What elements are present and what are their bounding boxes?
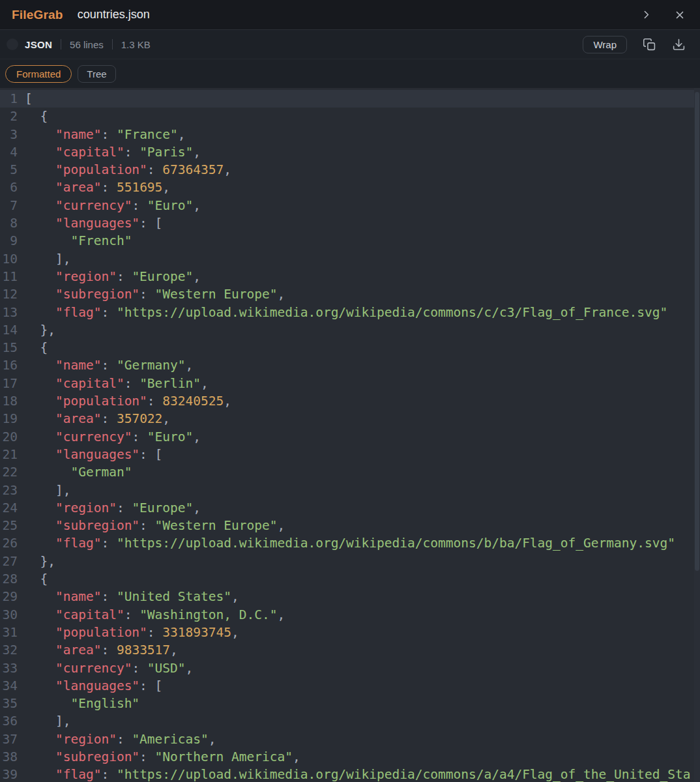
code-line[interactable]: 29 "name": "United States", bbox=[0, 588, 700, 605]
code-line[interactable]: 32 "area": 9833517, bbox=[0, 641, 700, 659]
code-line[interactable]: 7 "currency": "Euro", bbox=[0, 197, 700, 214]
code-line[interactable]: 4 "capital": "Paris", bbox=[0, 143, 700, 161]
code-line[interactable]: 15 { bbox=[0, 339, 700, 356]
tab-tree[interactable]: Tree bbox=[78, 65, 115, 83]
line-content: "subregion": "Western Europe", bbox=[25, 285, 285, 303]
chevron-right-icon[interactable] bbox=[641, 9, 652, 20]
line-number: 4 bbox=[0, 143, 18, 161]
line-number: 39 bbox=[0, 766, 18, 782]
code-line[interactable]: 13 "flag": "https://upload.wikimedia.org… bbox=[0, 304, 700, 321]
close-icon[interactable] bbox=[674, 9, 686, 21]
json-code-viewer: 1[2 {3 "name": "France",4 "capital": "Pa… bbox=[0, 88, 700, 782]
line-content: ], bbox=[25, 482, 70, 499]
line-number: 33 bbox=[0, 659, 18, 677]
download-icon[interactable] bbox=[672, 38, 686, 51]
line-content: "population": 83240525, bbox=[25, 392, 231, 410]
line-content: "region": "Europe", bbox=[25, 268, 201, 285]
line-content: "subregion": "Western Europe", bbox=[25, 517, 285, 534]
line-content: }, bbox=[25, 553, 55, 570]
line-number: 31 bbox=[0, 624, 18, 641]
code-line[interactable]: 1[ bbox=[0, 90, 700, 108]
line-number: 11 bbox=[0, 268, 18, 285]
code-line[interactable]: 14 }, bbox=[0, 321, 700, 339]
line-number: 13 bbox=[0, 304, 18, 321]
tab-formatted[interactable]: Formatted bbox=[5, 65, 72, 83]
code-line[interactable]: 33 "currency": "USD", bbox=[0, 659, 700, 677]
code-line[interactable]: 20 "currency": "Euro", bbox=[0, 428, 700, 446]
view-mode-tabs: Formatted Tree bbox=[0, 59, 700, 88]
line-content: "currency": "USD", bbox=[25, 659, 193, 677]
code-line[interactable]: 19 "area": 357022, bbox=[0, 410, 700, 427]
toolbar-actions: Wrap bbox=[583, 36, 686, 53]
code-line[interactable]: 25 "subregion": "Western Europe", bbox=[0, 517, 700, 534]
file-type-label: JSON bbox=[25, 39, 52, 50]
line-content: ], bbox=[25, 712, 70, 730]
line-content: "languages": [ bbox=[25, 446, 162, 463]
wrap-button[interactable]: Wrap bbox=[583, 36, 627, 53]
code-line[interactable]: 35 "English" bbox=[0, 695, 700, 712]
line-number: 34 bbox=[0, 677, 18, 695]
line-content: "region": "Americas", bbox=[25, 731, 216, 748]
meta-separator bbox=[112, 39, 113, 50]
code-line[interactable]: 36 ], bbox=[0, 712, 700, 730]
line-number: 26 bbox=[0, 534, 18, 552]
code-line[interactable]: 31 "population": 331893745, bbox=[0, 624, 700, 641]
code-line[interactable]: 24 "region": "Europe", bbox=[0, 499, 700, 517]
code-line[interactable]: 18 "population": 83240525, bbox=[0, 392, 700, 410]
code-line[interactable]: 38 "subregion": "Northern America", bbox=[0, 748, 700, 766]
line-number: 27 bbox=[0, 553, 18, 570]
line-content: "population": 331893745, bbox=[25, 624, 239, 641]
code-lines: 1[2 {3 "name": "France",4 "capital": "Pa… bbox=[0, 90, 700, 782]
code-line[interactable]: 26 "flag": "https://upload.wikimedia.org… bbox=[0, 534, 700, 552]
code-line[interactable]: 37 "region": "Americas", bbox=[0, 731, 700, 748]
line-content: "name": "Germany", bbox=[25, 356, 193, 374]
line-content: "flag": "https://upload.wikimedia.org/wi… bbox=[25, 534, 675, 552]
copy-icon[interactable] bbox=[643, 38, 656, 51]
code-line[interactable]: 39 "flag": "https://upload.wikimedia.org… bbox=[0, 766, 700, 782]
line-number: 38 bbox=[0, 748, 18, 766]
line-content: "currency": "Euro", bbox=[25, 197, 201, 214]
line-content: "currency": "Euro", bbox=[25, 428, 201, 446]
code-line[interactable]: 12 "subregion": "Western Europe", bbox=[0, 285, 700, 303]
line-content: "languages": [ bbox=[25, 677, 162, 695]
line-content: "flag": "https://upload.wikimedia.org/wi… bbox=[25, 766, 690, 782]
code-line[interactable]: 27 }, bbox=[0, 553, 700, 570]
code-line[interactable]: 10 ], bbox=[0, 250, 700, 268]
line-number: 16 bbox=[0, 356, 18, 374]
code-line[interactable]: 21 "languages": [ bbox=[0, 446, 700, 463]
code-line[interactable]: 3 "name": "France", bbox=[0, 126, 700, 143]
line-number: 35 bbox=[0, 695, 18, 712]
code-line[interactable]: 22 "German" bbox=[0, 463, 700, 481]
code-line[interactable]: 34 "languages": [ bbox=[0, 677, 700, 695]
line-number: 7 bbox=[0, 197, 18, 214]
code-line[interactable]: 28 { bbox=[0, 570, 700, 588]
line-content: "subregion": "Northern America", bbox=[25, 748, 300, 766]
line-content: "name": "United States", bbox=[25, 588, 239, 605]
code-line[interactable]: 23 ], bbox=[0, 482, 700, 499]
code-line[interactable]: 6 "area": 551695, bbox=[0, 179, 700, 196]
line-count: 56 lines bbox=[70, 39, 104, 50]
line-number: 29 bbox=[0, 588, 18, 605]
line-content: ], bbox=[25, 250, 70, 268]
line-number: 32 bbox=[0, 641, 18, 659]
code-line[interactable]: 2 { bbox=[0, 108, 700, 125]
line-number: 2 bbox=[0, 108, 18, 125]
file-type-badge-icon bbox=[7, 38, 18, 50]
line-content: { bbox=[25, 570, 48, 588]
code-line[interactable]: 9 "French" bbox=[0, 232, 700, 250]
line-content: "English" bbox=[25, 695, 139, 712]
code-line[interactable]: 8 "languages": [ bbox=[0, 214, 700, 232]
line-number: 28 bbox=[0, 570, 18, 588]
code-line[interactable]: 16 "name": "Germany", bbox=[0, 356, 700, 374]
scrollbar-thumb[interactable] bbox=[695, 92, 699, 571]
line-number: 36 bbox=[0, 712, 18, 730]
code-line[interactable]: 30 "capital": "Washington, D.C.", bbox=[0, 606, 700, 624]
line-number: 30 bbox=[0, 606, 18, 624]
line-number: 3 bbox=[0, 126, 18, 143]
code-line[interactable]: 5 "population": 67364357, bbox=[0, 161, 700, 179]
line-content: "area": 551695, bbox=[25, 179, 170, 196]
code-line[interactable]: 17 "capital": "Berlin", bbox=[0, 375, 700, 392]
code-line[interactable]: 11 "region": "Europe", bbox=[0, 268, 700, 285]
line-number: 6 bbox=[0, 179, 18, 196]
line-number: 37 bbox=[0, 731, 18, 748]
